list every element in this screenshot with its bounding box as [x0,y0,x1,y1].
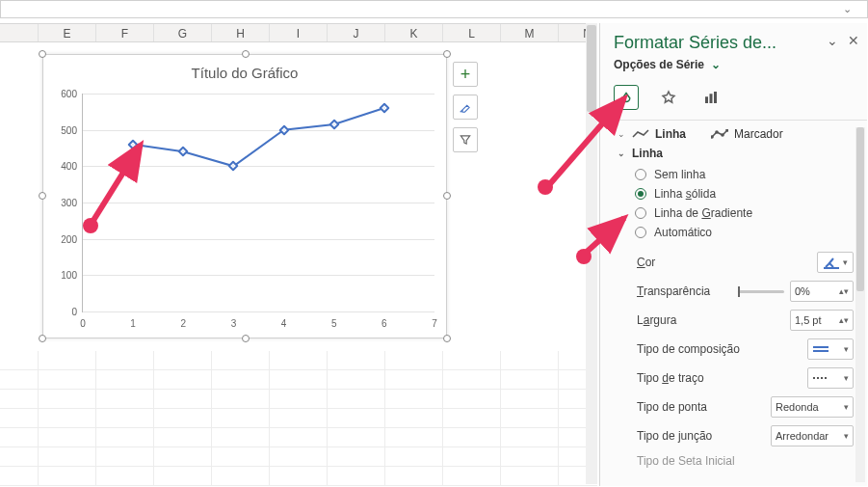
svg-line-13 [586,218,624,253]
x-tick-label: 2 [181,318,187,329]
selection-handle[interactable] [443,335,451,342]
annotation-dot-2 [538,179,553,195]
col-header[interactable]: K [385,24,443,41]
svg-line-12 [547,98,624,187]
line-subtab[interactable]: Linha [655,127,686,141]
selection-handle[interactable] [443,192,451,200]
col-header[interactable]: M [501,24,559,41]
x-tick-label: 7 [432,318,437,329]
col-header[interactable]: G [154,24,212,41]
chart-side-buttons: + [453,62,480,152]
annotation-dot-1 [83,218,98,233]
radio-gradient-line[interactable]: Linha de Gradiente [635,203,854,223]
formula-bar: ⌄ [0,0,868,18]
selection-handle[interactable] [443,50,451,58]
x-tick-label: 6 [381,318,387,329]
svg-point-4 [715,130,719,134]
y-tick-label: 300 [50,198,77,208]
prop-width-value[interactable]: 1,5 pt▴▾ [790,310,854,331]
y-tick-label: 200 [50,233,77,244]
selection-handle[interactable] [39,335,46,342]
chart-elements-button[interactable]: + [453,62,478,87]
radio-automatic[interactable]: Automático [635,223,854,242]
prop-dash-control[interactable]: ▾ [807,367,854,389]
col-header[interactable]: F [96,24,154,41]
line-type-radios: Sem linha Linha sólida Linha de Gradient… [614,163,854,248]
prop-transparency-slider[interactable] [738,290,784,293]
pane-title: Formatar Séries de... ⌄ ✕ [600,23,867,56]
x-tick-label: 1 [130,318,136,329]
x-tick-label: 0 [80,318,86,329]
svg-rect-1 [710,94,713,103]
prop-compound-control[interactable]: ▾ [807,338,854,360]
x-tick-label: 3 [231,318,237,329]
pane-scrollbar[interactable] [855,127,865,482]
col-header[interactable]: L [443,24,501,41]
svg-point-5 [721,133,724,137]
x-tick-label: 4 [281,318,287,329]
col-header[interactable]: J [328,24,385,41]
prop-color-label: Cor [637,256,655,269]
svg-rect-0 [705,96,708,103]
svg-line-11 [92,145,141,222]
y-tick-label: 0 [50,307,77,317]
prop-join-control[interactable]: Arredondar▾ [771,425,854,446]
effects-tab[interactable] [656,85,681,110]
col-header[interactable]: H [212,24,270,41]
y-tick-label: 600 [50,89,77,99]
pane-collapse-icon[interactable]: ⌄ [827,33,838,48]
selection-handle[interactable] [39,192,46,200]
radio-solid-line[interactable]: Linha sólida [635,184,854,203]
y-tick-label: 400 [50,161,77,172]
col-header[interactable]: I [270,24,328,41]
marker-subtab-icon [711,129,728,139]
prop-color-control[interactable]: ▾ [817,252,854,273]
col-header[interactable] [0,24,39,41]
prop-compound-label: Tipo de composição [637,342,740,356]
annotation-dot-3 [576,249,592,264]
prop-transparency-value[interactable]: 0%▴▾ [790,281,854,302]
chart-filters-button[interactable] [453,127,478,152]
series-options-tab[interactable] [698,85,723,110]
prop-join-label: Tipo de junção [637,429,712,443]
pane-close-icon[interactable]: ✕ [848,33,859,48]
selection-handle[interactable] [39,50,46,58]
y-tick-label: 100 [50,270,77,281]
y-tick-label: 500 [50,124,77,135]
chart-title[interactable]: Título do Gráfico [43,65,446,81]
annotation-arrow-2 [538,81,644,200]
prop-transparency-label: Transparência [637,284,710,298]
column-headers: E F G H I J K L M N [0,23,597,42]
marker-subtab[interactable]: Marcador [734,127,783,141]
radio-no-line[interactable]: Sem linha [635,165,854,184]
prop-arrow-begin-label: Tipo de Seta Inicial [637,454,735,468]
x-tick-label: 5 [331,318,337,329]
prop-width-label: Largura [637,313,676,327]
col-header[interactable]: E [39,24,96,41]
prop-cap-control[interactable]: Redonda▾ [771,396,854,418]
selection-handle[interactable] [242,335,250,342]
svg-rect-2 [714,92,717,103]
selection-handle[interactable] [242,50,250,58]
svg-rect-7 [824,267,839,269]
formula-bar-expand-icon[interactable]: ⌄ [843,3,852,15]
prop-dash-label: Tipo de traço [637,371,704,385]
prop-cap-label: Tipo de ponta [637,400,707,414]
series-options-dropdown[interactable]: Opções de Série ⌄ [614,58,721,71]
chart-styles-button[interactable] [453,95,478,120]
